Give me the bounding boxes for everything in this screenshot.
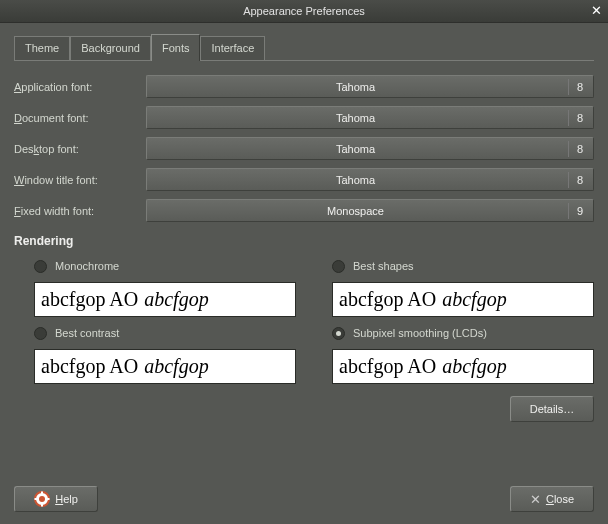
sample-monochrome: abcfgop AOabcfgop [34,282,296,317]
sample-best-shapes: abcfgop AOabcfgop [332,282,594,317]
tab-interface[interactable]: Interface [200,36,265,60]
row-window-title-font: Window title font: Tahoma 8 [14,168,594,191]
row-document-font: Document font: Tahoma 8 [14,106,594,129]
button-label: Close [546,493,574,505]
svg-rect-4 [35,498,38,500]
font-size: 8 [573,112,593,124]
help-icon [34,491,50,507]
radio-subpixel[interactable]: Subpixel smoothing (LCDs) [312,323,594,343]
row-application-font: Application font: Tahoma 8 [14,75,594,98]
label-application-font: Application font: [14,81,146,93]
tab-bar: Theme Background Fonts Interface [14,33,594,61]
tab-label: Fonts [162,42,190,54]
radio-best-shapes[interactable]: Best shapes [312,256,594,276]
content-area: Theme Background Fonts Interface Applica… [0,23,608,436]
tab-label: Background [81,42,140,54]
font-name: Monospace [147,205,564,217]
button-label: Details… [530,403,575,415]
button-label: Help [55,493,78,505]
radio-icon [34,260,47,273]
radio-monochrome[interactable]: Monochrome [14,256,296,276]
radio-label: Best contrast [55,327,119,339]
radio-label: Best shapes [353,260,414,272]
titlebar: Appearance Preferences ✕ [0,0,608,23]
font-button-document[interactable]: Tahoma 8 [146,106,594,129]
font-name: Tahoma [147,143,564,155]
font-name: Tahoma [147,81,564,93]
tab-fonts[interactable]: Fonts [151,34,201,61]
separator [568,141,569,157]
details-button[interactable]: Details… [510,396,594,422]
font-button-application[interactable]: Tahoma 8 [146,75,594,98]
font-size: 9 [573,205,593,217]
tab-theme[interactable]: Theme [14,36,70,60]
font-name: Tahoma [147,112,564,124]
close-button[interactable]: ✕ Close [510,486,594,512]
close-x-icon: ✕ [530,492,541,507]
row-fixed-width-font: Fixed width font: Monospace 9 [14,199,594,222]
svg-point-1 [39,496,45,502]
font-button-desktop[interactable]: Tahoma 8 [146,137,594,160]
row-desktop-font: Desktop font: Tahoma 8 [14,137,594,160]
window-title: Appearance Preferences [0,5,608,17]
radio-best-contrast[interactable]: Best contrast [14,323,296,343]
label-window-title-font: Window title font: [14,174,146,186]
font-name: Tahoma [147,174,564,186]
help-button[interactable]: Help [14,486,98,512]
sample-best-contrast: abcfgop AOabcfgop [34,349,296,384]
font-button-fixed-width[interactable]: Monospace 9 [146,199,594,222]
radio-icon [34,327,47,340]
radio-icon [332,260,345,273]
close-icon[interactable]: ✕ [589,4,604,19]
sample-subpixel: abcfgop AOabcfgop [332,349,594,384]
label-fixed-width-font: Fixed width font: [14,205,146,217]
separator [568,203,569,219]
svg-rect-2 [41,492,43,495]
font-size: 8 [573,143,593,155]
radio-label: Subpixel smoothing (LCDs) [353,327,487,339]
tab-label: Theme [25,42,59,54]
svg-rect-5 [47,498,50,500]
separator [568,110,569,126]
rendering-heading: Rendering [14,234,594,248]
rendering-grid: Monochrome Best shapes abcfgop AOabcfgop… [14,256,594,384]
separator [568,79,569,95]
font-size: 8 [573,81,593,93]
tab-label: Interface [211,42,254,54]
details-row: Details… [14,396,594,422]
svg-rect-3 [41,504,43,507]
footer: Help ✕ Close [14,486,594,512]
font-size: 8 [573,174,593,186]
separator [568,172,569,188]
label-document-font: Document font: [14,112,146,124]
radio-label: Monochrome [55,260,119,272]
font-button-window-title[interactable]: Tahoma 8 [146,168,594,191]
tab-background[interactable]: Background [70,36,151,60]
radio-icon [332,327,345,340]
label-desktop-font: Desktop font: [14,143,146,155]
